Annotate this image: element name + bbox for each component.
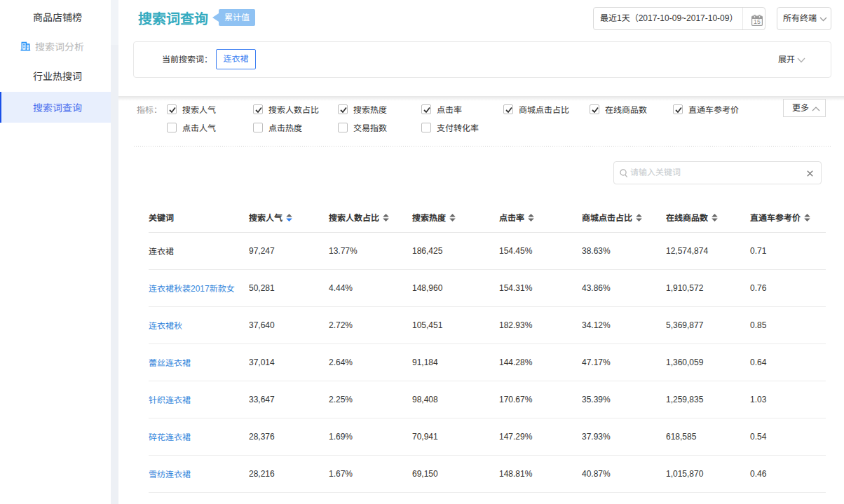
svg-text:15: 15 <box>754 18 761 25</box>
